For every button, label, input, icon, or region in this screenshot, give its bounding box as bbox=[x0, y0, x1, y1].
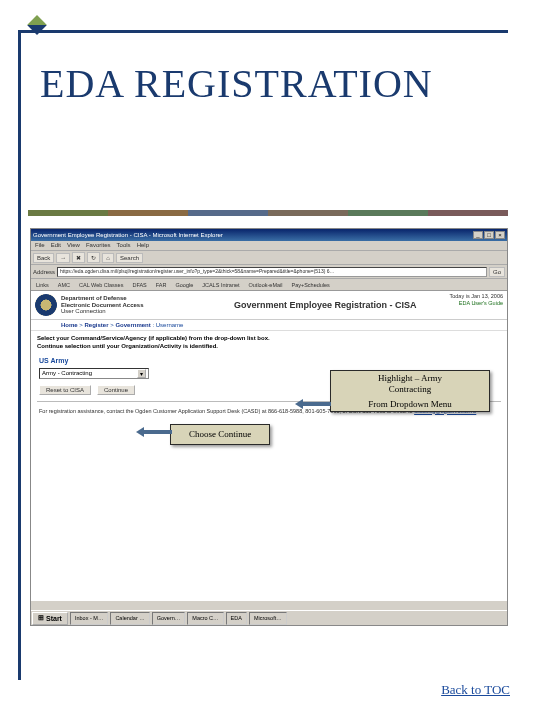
section-heading: US Army bbox=[31, 355, 507, 366]
taskbar-item[interactable]: Govern… bbox=[152, 612, 186, 625]
taskbar-item[interactable]: Inbox - M… bbox=[70, 612, 108, 625]
taskbar-item[interactable]: Calendar … bbox=[110, 612, 149, 625]
slide-title: EDA REGISTRATION bbox=[40, 60, 433, 107]
address-label: Address bbox=[33, 269, 55, 275]
taskbar-item[interactable]: EDA bbox=[226, 612, 247, 625]
link-dfas[interactable]: DFAS bbox=[129, 281, 149, 289]
callout-line: Choose Continue bbox=[189, 429, 251, 439]
crumb-home[interactable]: Home bbox=[61, 322, 78, 328]
users-guide-link[interactable]: EDA User's Guide bbox=[449, 300, 503, 307]
window-title: Government Employee Registration - CISA … bbox=[33, 232, 223, 238]
page-date: Today is Jan 13, 2006 bbox=[449, 293, 503, 300]
minimize-button[interactable]: _ bbox=[473, 231, 483, 239]
window-titlebar: Government Employee Registration - CISA … bbox=[31, 229, 507, 241]
back-to-toc-link[interactable]: Back to TOC bbox=[441, 682, 510, 698]
link-pay[interactable]: Pay+Schedules bbox=[288, 281, 332, 289]
dropdown-value: Army - Contracting bbox=[42, 370, 92, 376]
callout-line: Contracting bbox=[335, 384, 485, 395]
taskbar-item[interactable]: Microsoft… bbox=[249, 612, 287, 625]
link-far[interactable]: FAR bbox=[153, 281, 170, 289]
address-input[interactable]: https://eda.ogden.disa.mil/plsql/registr… bbox=[57, 267, 487, 277]
forward-button[interactable]: → bbox=[56, 253, 70, 263]
toolbar: Back → ✖ ↻ ⌂ Search bbox=[31, 251, 507, 265]
instruction-line2: Continue selection until your Organizati… bbox=[37, 343, 501, 351]
page-topright: Today is Jan 13, 2006 EDA User's Guide bbox=[449, 293, 503, 306]
subsys-label: User Connection bbox=[61, 308, 143, 315]
menu-edit[interactable]: Edit bbox=[51, 242, 61, 249]
chevron-down-icon[interactable]: ▾ bbox=[137, 369, 146, 378]
taskbar: ⊞ Start Inbox - M… Calendar … Govern… Ma… bbox=[31, 610, 507, 625]
continue-button[interactable]: Continue bbox=[97, 385, 135, 395]
crumb-register[interactable]: Register bbox=[85, 322, 109, 328]
callout-line: From Dropdown Menu bbox=[335, 399, 485, 410]
search-button[interactable]: Search bbox=[116, 253, 143, 263]
page-header: Department of Defense Electronic Documen… bbox=[31, 291, 507, 320]
taskbar-item[interactable]: Macro C… bbox=[187, 612, 223, 625]
callout-continue: Choose Continue bbox=[170, 424, 270, 445]
dept-label: Department of Defense bbox=[61, 295, 143, 302]
agency-dropdown[interactable]: Army - Contracting ▾ bbox=[39, 368, 149, 379]
links-bar: Links AMC CAL Web Classes DFAS FAR Googl… bbox=[31, 279, 507, 291]
refresh-button[interactable]: ↻ bbox=[87, 252, 100, 263]
start-button[interactable]: ⊞ Start bbox=[32, 612, 68, 625]
system-label: Electronic Document Access bbox=[61, 302, 143, 309]
windows-icon: ⊞ bbox=[38, 614, 44, 622]
breadcrumb: Home > Register > Government : Username bbox=[31, 320, 507, 331]
menu-file[interactable]: File bbox=[35, 242, 45, 249]
link-cal[interactable]: CAL Web Classes bbox=[76, 281, 126, 289]
reset-button[interactable]: Reset to CISA bbox=[39, 385, 91, 395]
link-google[interactable]: Google bbox=[172, 281, 196, 289]
arrow-icon bbox=[156, 400, 331, 408]
instruction-text: Select your Command/Service/Agency (if a… bbox=[31, 331, 507, 355]
stop-button[interactable]: ✖ bbox=[72, 252, 85, 263]
close-button[interactable]: × bbox=[495, 231, 505, 239]
back-button[interactable]: Back bbox=[33, 253, 54, 263]
link-outlook[interactable]: Outlook-eMail bbox=[246, 281, 286, 289]
dod-seal-icon bbox=[35, 294, 57, 316]
crumb-government[interactable]: Government bbox=[115, 322, 150, 328]
menu-tools[interactable]: Tools bbox=[117, 242, 131, 249]
callout-line: Highlight – Army bbox=[335, 373, 485, 384]
callout-highlight: Highlight – Army Contracting From Dropdo… bbox=[330, 370, 490, 412]
divider-bar bbox=[28, 210, 508, 216]
start-label: Start bbox=[46, 615, 62, 622]
home-button[interactable]: ⌂ bbox=[102, 253, 114, 263]
instruction-line1: Select your Command/Service/Agency (if a… bbox=[37, 335, 501, 343]
link-jcals[interactable]: JCALS Intranet bbox=[199, 281, 242, 289]
go-button[interactable]: Go bbox=[489, 267, 505, 277]
page-content: Today is Jan 13, 2006 EDA User's Guide D… bbox=[31, 291, 507, 601]
address-bar: Address https://eda.ogden.disa.mil/plsql… bbox=[31, 265, 507, 279]
menu-favorites[interactable]: Favorites bbox=[86, 242, 111, 249]
crumb-username: Username bbox=[156, 322, 184, 328]
arrow-icon bbox=[104, 428, 172, 436]
menu-help[interactable]: Help bbox=[137, 242, 149, 249]
menu-bar: File Edit View Favorites Tools Help bbox=[31, 241, 507, 251]
link-amc[interactable]: AMC bbox=[55, 281, 73, 289]
links-label: Links bbox=[33, 281, 52, 289]
menu-view[interactable]: View bbox=[67, 242, 80, 249]
maximize-button[interactable]: □ bbox=[484, 231, 494, 239]
